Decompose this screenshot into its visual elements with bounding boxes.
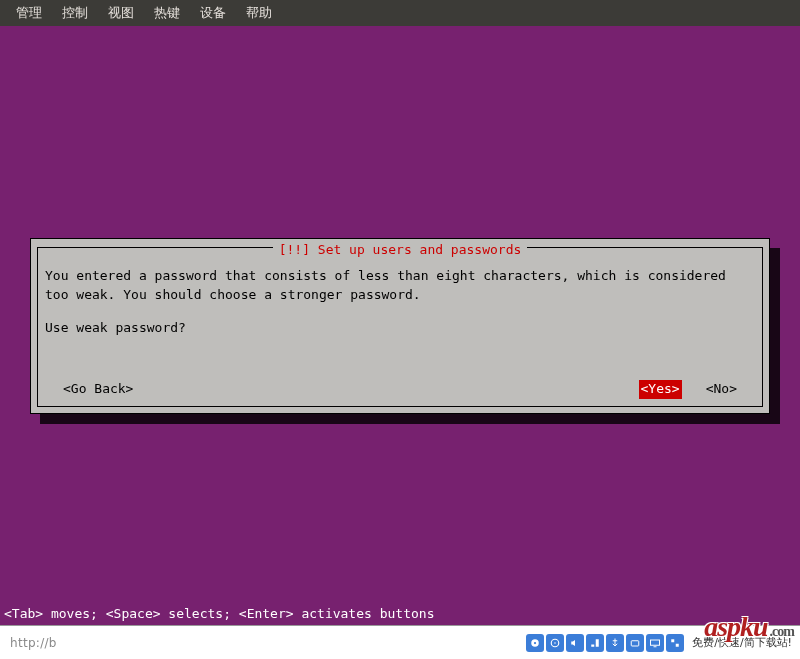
svg-rect-6 bbox=[631, 640, 639, 645]
dialog-title: [!!] Set up users and passwords bbox=[273, 241, 528, 260]
svg-rect-9 bbox=[676, 643, 679, 646]
svg-point-3 bbox=[554, 642, 556, 644]
vm-menubar: 管理 控制 视图 热键 设备 帮助 bbox=[0, 0, 800, 26]
no-button[interactable]: <No> bbox=[706, 380, 737, 399]
menu-help[interactable]: 帮助 bbox=[236, 0, 282, 26]
svg-rect-4 bbox=[591, 644, 594, 646]
menu-view[interactable]: 视图 bbox=[98, 0, 144, 26]
svg-point-1 bbox=[534, 641, 536, 643]
tray-optical-icon[interactable] bbox=[546, 634, 564, 652]
tray-capture-icon[interactable] bbox=[666, 634, 684, 652]
menu-hotkeys[interactable]: 热键 bbox=[144, 0, 190, 26]
tray-network-icon[interactable] bbox=[586, 634, 604, 652]
menu-control[interactable]: 控制 bbox=[52, 0, 98, 26]
svg-rect-7 bbox=[651, 640, 660, 645]
system-tray: 免费/快速/简下载站! bbox=[518, 634, 800, 652]
keyboard-hint: <Tab> moves; <Space> selects; <Enter> ac… bbox=[0, 604, 438, 623]
svg-rect-8 bbox=[671, 639, 674, 642]
tray-text: 免费/快速/简下载站! bbox=[692, 635, 792, 650]
menu-devices[interactable]: 设备 bbox=[190, 0, 236, 26]
dialog-question: Use weak password? bbox=[45, 319, 755, 338]
url-field[interactable]: http://b bbox=[0, 636, 518, 650]
installer-screen: [!!] Set up users and passwords You ente… bbox=[0, 26, 800, 659]
go-back-button[interactable]: <Go Back> bbox=[63, 380, 133, 399]
svg-rect-5 bbox=[596, 639, 599, 647]
tray-speaker-icon[interactable] bbox=[566, 634, 584, 652]
yes-button[interactable]: <Yes> bbox=[639, 380, 682, 399]
tray-disk-icon[interactable] bbox=[526, 634, 544, 652]
dialog-actions: <Go Back> <Yes> <No> bbox=[63, 380, 737, 399]
tray-display-icon[interactable] bbox=[646, 634, 664, 652]
menu-manage[interactable]: 管理 bbox=[6, 0, 52, 26]
host-taskbar: http://b 免费/快速/简下载站! bbox=[0, 625, 800, 659]
dialog-message: You entered a password that consists of … bbox=[45, 267, 755, 305]
tray-shared-icon[interactable] bbox=[626, 634, 644, 652]
dialog-title-row: [!!] Set up users and passwords bbox=[31, 241, 769, 260]
tray-usb-icon[interactable] bbox=[606, 634, 624, 652]
password-warning-dialog: [!!] Set up users and passwords You ente… bbox=[30, 238, 770, 414]
